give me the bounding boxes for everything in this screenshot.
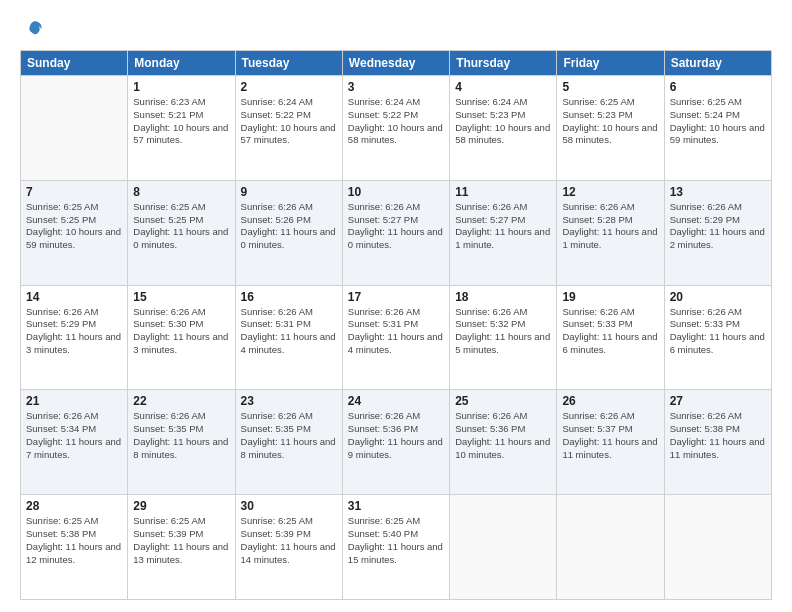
header (20, 18, 772, 40)
day-cell: 2Sunrise: 6:24 AMSunset: 5:22 PMDaylight… (235, 76, 342, 181)
day-cell: 9Sunrise: 6:26 AMSunset: 5:26 PMDaylight… (235, 180, 342, 285)
day-number: 12 (562, 185, 658, 199)
day-number: 21 (26, 394, 122, 408)
day-cell: 15Sunrise: 6:26 AMSunset: 5:30 PMDayligh… (128, 285, 235, 390)
day-cell: 4Sunrise: 6:24 AMSunset: 5:23 PMDaylight… (450, 76, 557, 181)
day-number: 7 (26, 185, 122, 199)
weekday-header-monday: Monday (128, 51, 235, 76)
day-number: 27 (670, 394, 766, 408)
day-number: 10 (348, 185, 444, 199)
day-info: Sunrise: 6:26 AMSunset: 5:38 PMDaylight:… (670, 410, 766, 461)
day-info: Sunrise: 6:26 AMSunset: 5:33 PMDaylight:… (670, 306, 766, 357)
day-cell: 14Sunrise: 6:26 AMSunset: 5:29 PMDayligh… (21, 285, 128, 390)
day-number: 18 (455, 290, 551, 304)
day-info: Sunrise: 6:26 AMSunset: 5:36 PMDaylight:… (348, 410, 444, 461)
day-number: 6 (670, 80, 766, 94)
day-info: Sunrise: 6:26 AMSunset: 5:37 PMDaylight:… (562, 410, 658, 461)
day-number: 1 (133, 80, 229, 94)
day-cell: 26Sunrise: 6:26 AMSunset: 5:37 PMDayligh… (557, 390, 664, 495)
day-cell: 18Sunrise: 6:26 AMSunset: 5:32 PMDayligh… (450, 285, 557, 390)
day-number: 28 (26, 499, 122, 513)
weekday-header-row: SundayMondayTuesdayWednesdayThursdayFrid… (21, 51, 772, 76)
day-cell: 12Sunrise: 6:26 AMSunset: 5:28 PMDayligh… (557, 180, 664, 285)
day-cell: 17Sunrise: 6:26 AMSunset: 5:31 PMDayligh… (342, 285, 449, 390)
day-number: 13 (670, 185, 766, 199)
day-cell: 31Sunrise: 6:25 AMSunset: 5:40 PMDayligh… (342, 495, 449, 600)
weekday-header-saturday: Saturday (664, 51, 771, 76)
day-cell: 22Sunrise: 6:26 AMSunset: 5:35 PMDayligh… (128, 390, 235, 495)
weekday-header-tuesday: Tuesday (235, 51, 342, 76)
day-info: Sunrise: 6:26 AMSunset: 5:36 PMDaylight:… (455, 410, 551, 461)
day-info: Sunrise: 6:26 AMSunset: 5:28 PMDaylight:… (562, 201, 658, 252)
day-info: Sunrise: 6:25 AMSunset: 5:40 PMDaylight:… (348, 515, 444, 566)
day-info: Sunrise: 6:26 AMSunset: 5:34 PMDaylight:… (26, 410, 122, 461)
day-info: Sunrise: 6:23 AMSunset: 5:21 PMDaylight:… (133, 96, 229, 147)
day-number: 5 (562, 80, 658, 94)
day-info: Sunrise: 6:24 AMSunset: 5:22 PMDaylight:… (348, 96, 444, 147)
day-cell: 27Sunrise: 6:26 AMSunset: 5:38 PMDayligh… (664, 390, 771, 495)
day-cell: 24Sunrise: 6:26 AMSunset: 5:36 PMDayligh… (342, 390, 449, 495)
calendar-table: SundayMondayTuesdayWednesdayThursdayFrid… (20, 50, 772, 600)
day-info: Sunrise: 6:26 AMSunset: 5:33 PMDaylight:… (562, 306, 658, 357)
day-number: 9 (241, 185, 337, 199)
day-number: 4 (455, 80, 551, 94)
day-info: Sunrise: 6:26 AMSunset: 5:27 PMDaylight:… (455, 201, 551, 252)
day-cell: 28Sunrise: 6:25 AMSunset: 5:38 PMDayligh… (21, 495, 128, 600)
day-cell: 29Sunrise: 6:25 AMSunset: 5:39 PMDayligh… (128, 495, 235, 600)
day-number: 16 (241, 290, 337, 304)
day-info: Sunrise: 6:26 AMSunset: 5:35 PMDaylight:… (133, 410, 229, 461)
day-cell: 11Sunrise: 6:26 AMSunset: 5:27 PMDayligh… (450, 180, 557, 285)
day-number: 30 (241, 499, 337, 513)
day-cell (21, 76, 128, 181)
day-cell: 30Sunrise: 6:25 AMSunset: 5:39 PMDayligh… (235, 495, 342, 600)
day-cell: 8Sunrise: 6:25 AMSunset: 5:25 PMDaylight… (128, 180, 235, 285)
day-number: 15 (133, 290, 229, 304)
week-row-4: 21Sunrise: 6:26 AMSunset: 5:34 PMDayligh… (21, 390, 772, 495)
day-cell (664, 495, 771, 600)
day-number: 11 (455, 185, 551, 199)
logo-bird-icon (24, 18, 46, 40)
day-info: Sunrise: 6:25 AMSunset: 5:24 PMDaylight:… (670, 96, 766, 147)
day-cell: 13Sunrise: 6:26 AMSunset: 5:29 PMDayligh… (664, 180, 771, 285)
day-info: Sunrise: 6:25 AMSunset: 5:38 PMDaylight:… (26, 515, 122, 566)
weekday-header-thursday: Thursday (450, 51, 557, 76)
weekday-header-wednesday: Wednesday (342, 51, 449, 76)
day-info: Sunrise: 6:26 AMSunset: 5:32 PMDaylight:… (455, 306, 551, 357)
day-cell: 7Sunrise: 6:25 AMSunset: 5:25 PMDaylight… (21, 180, 128, 285)
day-info: Sunrise: 6:25 AMSunset: 5:23 PMDaylight:… (562, 96, 658, 147)
day-info: Sunrise: 6:24 AMSunset: 5:22 PMDaylight:… (241, 96, 337, 147)
week-row-5: 28Sunrise: 6:25 AMSunset: 5:38 PMDayligh… (21, 495, 772, 600)
day-number: 24 (348, 394, 444, 408)
day-number: 22 (133, 394, 229, 408)
day-cell: 5Sunrise: 6:25 AMSunset: 5:23 PMDaylight… (557, 76, 664, 181)
day-info: Sunrise: 6:26 AMSunset: 5:30 PMDaylight:… (133, 306, 229, 357)
day-number: 8 (133, 185, 229, 199)
day-info: Sunrise: 6:26 AMSunset: 5:35 PMDaylight:… (241, 410, 337, 461)
day-cell: 23Sunrise: 6:26 AMSunset: 5:35 PMDayligh… (235, 390, 342, 495)
day-info: Sunrise: 6:26 AMSunset: 5:29 PMDaylight:… (26, 306, 122, 357)
day-number: 14 (26, 290, 122, 304)
day-info: Sunrise: 6:25 AMSunset: 5:39 PMDaylight:… (133, 515, 229, 566)
day-info: Sunrise: 6:26 AMSunset: 5:27 PMDaylight:… (348, 201, 444, 252)
logo (20, 18, 46, 40)
day-info: Sunrise: 6:25 AMSunset: 5:25 PMDaylight:… (133, 201, 229, 252)
day-cell (557, 495, 664, 600)
page: SundayMondayTuesdayWednesdayThursdayFrid… (0, 0, 792, 612)
day-number: 23 (241, 394, 337, 408)
day-info: Sunrise: 6:25 AMSunset: 5:39 PMDaylight:… (241, 515, 337, 566)
day-cell: 25Sunrise: 6:26 AMSunset: 5:36 PMDayligh… (450, 390, 557, 495)
day-info: Sunrise: 6:26 AMSunset: 5:29 PMDaylight:… (670, 201, 766, 252)
day-cell: 3Sunrise: 6:24 AMSunset: 5:22 PMDaylight… (342, 76, 449, 181)
week-row-3: 14Sunrise: 6:26 AMSunset: 5:29 PMDayligh… (21, 285, 772, 390)
day-number: 25 (455, 394, 551, 408)
day-info: Sunrise: 6:26 AMSunset: 5:31 PMDaylight:… (241, 306, 337, 357)
day-info: Sunrise: 6:24 AMSunset: 5:23 PMDaylight:… (455, 96, 551, 147)
day-cell (450, 495, 557, 600)
day-info: Sunrise: 6:25 AMSunset: 5:25 PMDaylight:… (26, 201, 122, 252)
week-row-1: 1Sunrise: 6:23 AMSunset: 5:21 PMDaylight… (21, 76, 772, 181)
day-cell: 6Sunrise: 6:25 AMSunset: 5:24 PMDaylight… (664, 76, 771, 181)
day-number: 17 (348, 290, 444, 304)
day-cell: 21Sunrise: 6:26 AMSunset: 5:34 PMDayligh… (21, 390, 128, 495)
day-cell: 19Sunrise: 6:26 AMSunset: 5:33 PMDayligh… (557, 285, 664, 390)
day-number: 26 (562, 394, 658, 408)
